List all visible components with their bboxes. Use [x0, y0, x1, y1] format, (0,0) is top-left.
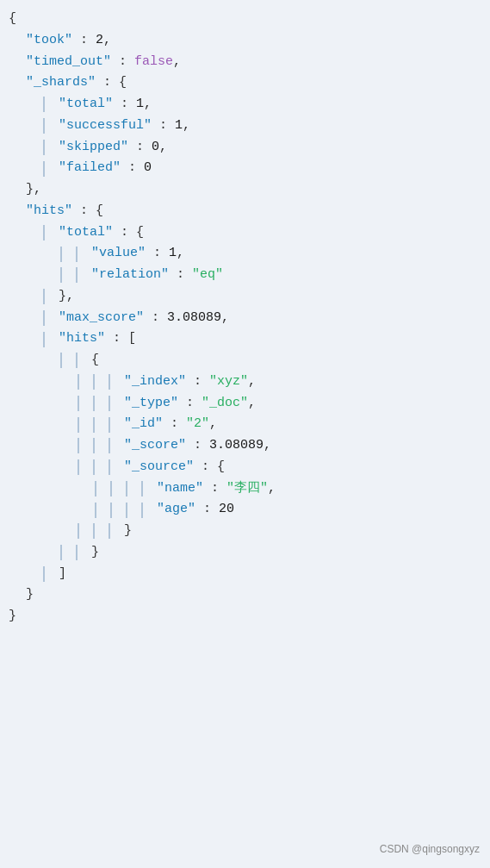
indent-bar	[109, 523, 110, 539]
json-value: 3.08089	[209, 435, 264, 457]
code-line: "_type" : "_doc",	[0, 393, 490, 415]
json-value: "_doc"	[202, 393, 248, 415]
indent-bar	[78, 523, 79, 539]
code-line: "successful" : 1,	[0, 116, 490, 137]
indent-bar	[43, 97, 45, 112]
json-value: {	[136, 222, 144, 244]
indent-bar	[93, 417, 95, 433]
watermark-label: CSDN @qingsongxyz	[380, 841, 480, 858]
indent-bar	[110, 481, 112, 496]
indent-bar	[43, 225, 45, 240]
json-sep: :	[113, 94, 136, 116]
code-line: "timed_out" : false,	[0, 52, 490, 73]
json-key: "timed_out"	[26, 52, 111, 73]
json-sep: :	[72, 30, 96, 52]
json-key: "total"	[59, 222, 113, 244]
json-sep: :	[203, 478, 226, 500]
indent-bar	[141, 503, 143, 518]
json-value: "eq"	[192, 265, 223, 286]
json-sep: :	[163, 414, 186, 435]
bracket-text: {	[91, 350, 99, 372]
json-comma: ,	[183, 116, 190, 137]
json-key: "age"	[157, 499, 195, 521]
indent-bar	[110, 503, 112, 518]
json-value: 3.08089	[167, 308, 221, 329]
json-value: {	[119, 72, 127, 94]
json-value: {	[96, 201, 103, 222]
json-key: "_type"	[124, 393, 178, 415]
bracket-text: },	[26, 179, 41, 201]
json-sep: :	[169, 265, 192, 286]
code-line: ]	[0, 564, 490, 585]
code-line: "total" : 1,	[0, 94, 490, 116]
bracket-text: ]	[59, 564, 66, 585]
indent-bar	[126, 481, 127, 496]
json-comma: ,	[221, 308, 229, 329]
code-line: "_id" : "2",	[0, 414, 490, 435]
code-line: "_score" : 3.08089,	[0, 435, 490, 457]
code-line: "_index" : "xyz",	[0, 372, 490, 393]
indent-bar	[43, 310, 45, 326]
indent-bar	[78, 374, 79, 390]
indent-bar	[76, 353, 78, 368]
indent-bar	[109, 374, 110, 390]
indent-bar	[109, 396, 110, 411]
code-line: "hits" : {	[0, 201, 490, 222]
json-sep: :	[186, 435, 209, 457]
json-comma: ,	[103, 30, 111, 52]
json-sep: :	[195, 499, 219, 521]
json-value: 1	[136, 94, 144, 116]
json-sep: :	[105, 328, 128, 350]
json-key: "hits"	[26, 201, 72, 222]
code-line: }	[0, 521, 490, 542]
json-comma: ,	[173, 52, 181, 73]
json-key: "skipped"	[59, 137, 128, 159]
code-line: "relation" : "eq"	[0, 265, 490, 286]
json-value: 1	[169, 243, 177, 265]
indent-bar	[76, 247, 78, 262]
indent-bar	[43, 289, 45, 304]
bracket-text: }	[9, 606, 16, 628]
bracket-text: }	[26, 584, 34, 606]
indent-bar	[109, 417, 110, 433]
json-value: "2"	[186, 414, 209, 435]
indent-bar	[93, 396, 95, 411]
code-line: {	[0, 9, 490, 30]
indent-bar	[60, 247, 62, 262]
json-comma: ,	[264, 435, 271, 457]
code-line: }	[0, 584, 490, 606]
indent-bar	[95, 503, 96, 518]
code-line: "hits" : [	[0, 328, 490, 350]
indent-bar	[78, 438, 79, 453]
json-comma: ,	[177, 243, 184, 265]
json-key: "relation"	[91, 265, 169, 286]
json-key: "_index"	[124, 372, 186, 393]
code-line: }	[0, 542, 490, 564]
json-value: 1	[175, 116, 183, 137]
json-comma: ,	[268, 478, 276, 500]
json-value: 20	[219, 499, 234, 521]
json-sep: :	[121, 158, 144, 179]
json-value: false	[134, 52, 173, 73]
json-sep: :	[178, 393, 202, 415]
json-key: "_score"	[124, 435, 186, 457]
json-sep: :	[113, 222, 136, 244]
json-value: 0	[144, 158, 152, 179]
json-key: "failed"	[59, 158, 121, 179]
indent-bar	[126, 503, 127, 518]
indent-bar	[60, 353, 62, 368]
code-line: "_source" : {	[0, 457, 490, 478]
json-value: 2	[96, 30, 103, 52]
bracket-text: }	[91, 542, 99, 564]
indent-bar	[93, 523, 95, 539]
code-line: "total" : {	[0, 222, 490, 244]
code-line: "skipped" : 0,	[0, 137, 490, 159]
json-key: "total"	[59, 94, 113, 116]
indent-bar	[78, 417, 79, 433]
code-line: "took" : 2,	[0, 30, 490, 52]
indent-bar	[93, 374, 95, 390]
code-line: "age" : 20	[0, 499, 490, 521]
json-key: "_id"	[124, 414, 163, 435]
code-viewer: {"took" : 2,"timed_out" : false,"_shards…	[0, 0, 490, 868]
json-sep: :	[152, 116, 175, 137]
